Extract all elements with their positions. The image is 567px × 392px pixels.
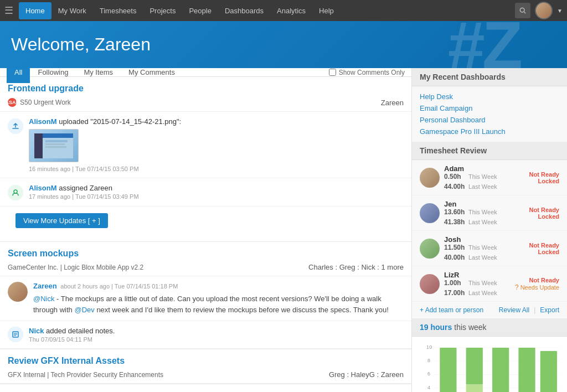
status-not-ready: Not Ready [529, 242, 559, 249]
mention[interactable]: @Dev [74, 306, 94, 314]
svg-point-8 [14, 190, 17, 193]
nav-item-my-work[interactable]: My Work [51, 2, 93, 19]
dashboard-link[interactable]: Personal Dashboard [420, 114, 559, 126]
ts-hours: 0.50hThis Week 44.00hLast Week [444, 173, 525, 190]
dashboards-section: My Recent Dashboards Help DeskEmail Camp… [412, 68, 567, 142]
profile-caret[interactable]: ▼ [557, 8, 563, 14]
timesheet-title: Timesheet Review [412, 142, 567, 160]
ts-name: LizR [444, 271, 511, 279]
ts-hours: 13.60hThis Week 41.38hLast Week [444, 208, 525, 226]
nav-item-analytics[interactable]: Analytics [270, 2, 312, 19]
dashboard-link[interactable]: Gamespace Pro III Launch [420, 126, 559, 137]
svg-rect-23 [440, 348, 456, 392]
svg-text:6: 6 [427, 371, 430, 376]
show-comments-label[interactable]: Show Comments Only [339, 69, 405, 76]
ts-info: Josh 11.50hThis Week 40.00hLast Week [444, 235, 525, 261]
main-content: AllFollowingMy ItemsMy Comments Show Com… [0, 68, 412, 392]
section-title-gfx[interactable]: Review GFX Internal Assets [8, 356, 125, 365]
review-all-link[interactable]: Review All [499, 306, 529, 314]
search-button[interactable] [515, 3, 530, 18]
timesheet-row: Jen 13.60hThis Week 41.38hLast Week Not … [412, 195, 567, 231]
dashboard-link[interactable]: Help Desk [420, 91, 559, 102]
asap-badge: ASAP [8, 98, 17, 107]
svg-line-1 [524, 12, 525, 13]
ts-hours: 1.00hThis Week 17.00hLast Week [444, 279, 511, 297]
section-title-frontend-upgrade[interactable]: Frontend upgrade [8, 84, 84, 93]
svg-rect-4 [43, 133, 73, 138]
add-team-person-link[interactable]: + Add team or person [420, 306, 483, 314]
section-path: S50 Urgent Work [20, 99, 71, 106]
top-nav: ☰ HomeMy WorkTimesheetsProjectsPeopleDas… [0, 0, 567, 21]
nav-item-timesheets[interactable]: Timesheets [93, 2, 143, 19]
view-more-button[interactable]: View More Updates [ + ] [16, 213, 108, 228]
screenshot-thumbnail [29, 129, 79, 162]
svg-rect-26 [492, 348, 509, 392]
section-title-screen-mockups[interactable]: Screen mockups [8, 249, 79, 258]
status-locked: Locked [529, 178, 559, 184]
dashboards-title: My Recent Dashboards [412, 68, 567, 86]
ts-info: Jen 13.60hThis Week 41.38hLast Week [444, 200, 525, 226]
section-assigned: Greg : HaleyG : Zareen [329, 370, 404, 379]
svg-rect-25 [466, 385, 483, 392]
nav-item-projects[interactable]: Projects [143, 2, 182, 19]
ts-info: LizR 1.00hThis Week 17.00hLast Week [444, 271, 511, 297]
comment-text: @Nick - The mockups are a little out of … [33, 293, 404, 315]
nav-item-people[interactable]: People [182, 2, 218, 19]
status-not-ready: Not Ready [529, 207, 559, 213]
nav-item-help[interactable]: Help [312, 2, 341, 19]
update-action: assigned Zareen [59, 184, 112, 192]
status-needs-update: ? Needs Update [515, 283, 559, 291]
ts-name: Jen [444, 200, 525, 208]
nav-item-home[interactable]: Home [19, 2, 51, 19]
status-locked: Locked [529, 249, 559, 255]
tab-bar: AllFollowingMy ItemsMy Comments Show Com… [0, 68, 411, 77]
svg-rect-5 [45, 140, 68, 142]
feed-update: AlisonM assigned Zareen 17 minutes ago |… [0, 178, 411, 207]
welcome-banner: #Z Welcome, Zareen [0, 21, 567, 68]
assign-icon [8, 185, 23, 200]
update-actor[interactable]: AlisonM [29, 184, 57, 192]
section-path: GameCenter Inc. | Logic Blox Mobile App … [8, 264, 143, 271]
update-action: uploaded "2015-07-14_15-42-21.png": [59, 117, 181, 126]
status-not-ready: Not Ready [529, 171, 559, 178]
dashboard-links: Help DeskEmail CampaignPersonal Dashboar… [412, 86, 567, 142]
status-not-ready: Not Ready [515, 277, 559, 283]
ts-name: Adam [444, 164, 525, 173]
comment-author[interactable]: Zareen [33, 282, 57, 290]
show-comments-checkbox[interactable] [329, 69, 336, 76]
ts-name: Josh [444, 235, 525, 244]
feed-update: AlisonM uploaded "2015-07-14_15-42-21.pn… [0, 112, 411, 178]
ts-hours: 11.50hThis Week 40.00hLast Week [444, 244, 525, 261]
ts-status: Not Ready Locked [529, 207, 559, 220]
svg-rect-28 [540, 351, 557, 392]
ts-avatar [420, 274, 440, 294]
upload-icon [8, 118, 23, 134]
avatar[interactable] [535, 2, 553, 19]
note-icon [8, 327, 23, 342]
show-comments-filter[interactable]: Show Comments Only [329, 69, 405, 76]
note-action: added detailed notes. [46, 327, 115, 335]
hours-section: 19 hours this week 10 8 6 4 2 [412, 318, 567, 392]
comment-time: about 2 hours ago | Tue 07/14/15 01:18 P… [59, 283, 178, 290]
timesheet-row: LizR 1.00hThis Week 17.00hLast Week Not … [412, 266, 567, 302]
dashboard-link[interactable]: Email Campaign [420, 102, 559, 114]
svg-text:4: 4 [427, 385, 430, 390]
timesheet-row: Josh 11.50hThis Week 40.00hLast Week Not… [412, 231, 567, 266]
update-actor[interactable]: AlisonM [29, 117, 57, 126]
feed: Frontend upgrade ASAP S50 Urgent Work Za… [0, 77, 411, 384]
mention[interactable]: @Nick [33, 295, 54, 303]
svg-rect-6 [45, 143, 65, 145]
ts-info: Adam 0.50hThis Week 44.00hLast Week [444, 164, 525, 190]
svg-point-0 [520, 8, 524, 12]
note-update: Nick added detailed notes. Thu 07/09/15 … [0, 321, 411, 349]
nav-item-dashboards[interactable]: Dashboards [218, 2, 270, 19]
nav-logo[interactable]: ☰ [4, 4, 13, 17]
note-actor[interactable]: Nick [29, 327, 44, 335]
export-link[interactable]: Export [540, 306, 559, 314]
timesheet-actions: + Add team or person Review All | Export [412, 302, 567, 318]
status-locked: Locked [529, 213, 559, 220]
section-assigned: Charles : Greg : Nick : 1 more [308, 263, 404, 271]
welcome-title: Welcome, Zareen [11, 34, 556, 55]
ts-avatar [420, 168, 440, 188]
feed-section-screen-mockups: Screen mockups GameCenter Inc. | Logic B… [0, 242, 411, 349]
